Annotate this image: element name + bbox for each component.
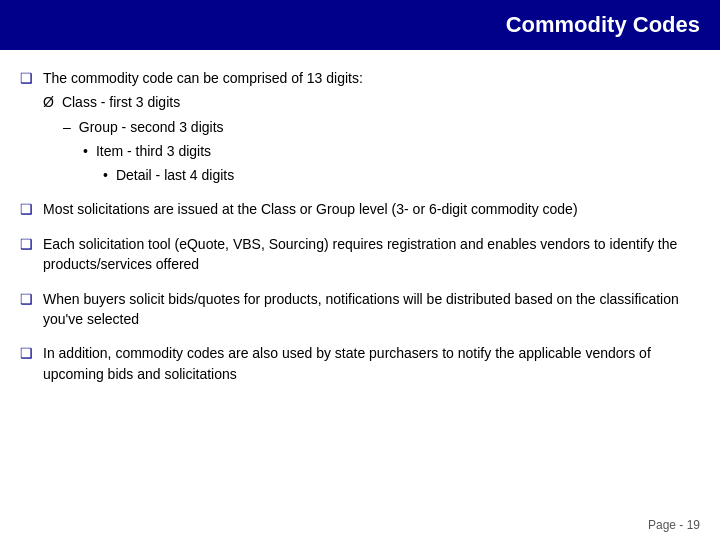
sub-item-dot2: • Detail - last 4 digits	[103, 165, 363, 185]
dash-icon: –	[63, 117, 71, 137]
bullet-item-2: ❑ Most solicitations are issued at the C…	[20, 199, 690, 220]
bullet-item-3: ❑ Each solicitation tool (eQuote, VBS, S…	[20, 234, 690, 275]
bullet-icon-3: ❑	[20, 235, 33, 255]
item-label: Item - third 3 digits	[96, 141, 211, 161]
group-label: Group - second 3 digits	[79, 117, 224, 137]
sub-item-dash: – Group - second 3 digits	[63, 117, 363, 137]
page-number: Page - 19	[648, 518, 700, 532]
detail-label: Detail - last 4 digits	[116, 165, 234, 185]
bullet-icon-4: ❑	[20, 290, 33, 310]
bullet-text-5: In addition, commodity codes are also us…	[43, 343, 690, 384]
bullet-text-4: When buyers solicit bids/quotes for prod…	[43, 289, 690, 330]
bullet-item-4: ❑ When buyers solicit bids/quotes for pr…	[20, 289, 690, 330]
sub-list-1: Ø Class - first 3 digits – Group - secon…	[43, 92, 363, 185]
page-footer: Page - 19	[648, 518, 700, 532]
bullet-item-5: ❑ In addition, commodity codes are also …	[20, 343, 690, 384]
bullet-text-2: Most solicitations are issued at the Cla…	[43, 199, 578, 219]
bullet-icon-2: ❑	[20, 200, 33, 220]
arrow-icon: Ø	[43, 92, 54, 112]
bullet-icon-5: ❑	[20, 344, 33, 364]
bullet-item-1: ❑ The commodity code can be comprised of…	[20, 68, 690, 185]
dot-icon-2: •	[103, 165, 108, 185]
bullet-icon-1: ❑	[20, 69, 33, 89]
main-content: ❑ The commodity code can be comprised of…	[0, 50, 720, 408]
sub-item-dot1: • Item - third 3 digits	[83, 141, 363, 161]
sub-item-arrow: Ø Class - first 3 digits	[43, 92, 363, 112]
bullet-text-1: The commodity code can be comprised of 1…	[43, 70, 363, 86]
page-header: Commodity Codes	[0, 0, 720, 50]
class-label: Class - first 3 digits	[62, 92, 180, 112]
header-title: Commodity Codes	[506, 12, 700, 37]
bullet-text-3: Each solicitation tool (eQuote, VBS, Sou…	[43, 234, 690, 275]
dot-icon-1: •	[83, 141, 88, 161]
